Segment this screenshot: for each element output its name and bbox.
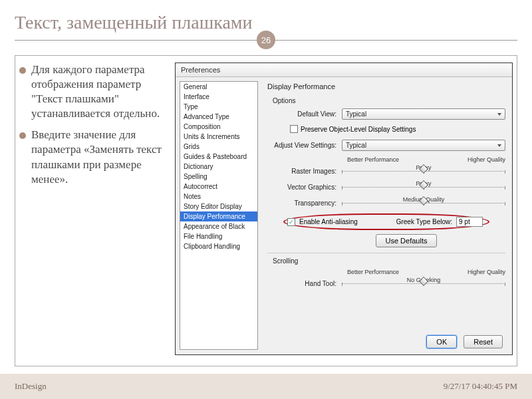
enable-aa-label: Enable Anti-aliasing — [299, 218, 358, 225]
category-item[interactable]: Guides & Pasteboard — [180, 152, 257, 162]
category-list[interactable]: General Interface Type Advanced Type Com… — [180, 81, 258, 350]
scrolling-group-label: Scrolling — [273, 257, 505, 265]
dialog-title: Preferences — [176, 63, 512, 77]
preserve-object-label: Preserve Object-Level Display Settings — [301, 126, 416, 133]
bullet-text: Для каждого параметра отображения параме… — [31, 63, 167, 121]
scale-right-label: Higher Quality — [467, 269, 505, 275]
scale-right-label: Higher Quality — [467, 156, 505, 163]
transparency-label: Transparency: — [267, 200, 342, 207]
category-item[interactable]: Grids — [180, 142, 257, 152]
greek-type-input[interactable]: 9 pt — [456, 217, 483, 227]
category-item[interactable]: Appearance of Black — [180, 221, 257, 231]
bullet-text: Введите значение для параметра «Заменять… — [31, 128, 167, 186]
list-item: Введите значение для параметра «Заменять… — [19, 128, 167, 186]
footer-timestamp: 9/27/17 04:40:45 PM — [444, 381, 517, 392]
adjust-view-select[interactable]: Typical — [342, 140, 505, 151]
hand-tool-slider[interactable]: No Greeking — [342, 278, 505, 289]
footer-left: InDesign — [15, 381, 47, 392]
greek-type-label: Greek Type Below: — [396, 218, 452, 225]
category-item[interactable]: Advanced Type — [180, 112, 257, 122]
category-item[interactable]: Clipboard Handling — [180, 241, 257, 251]
list-item: Для каждого параметра отображения параме… — [19, 63, 167, 121]
hand-tool-label: Hand Tool: — [267, 280, 342, 287]
category-item[interactable]: General — [180, 82, 257, 92]
bullet-icon — [19, 67, 26, 74]
slide-footer: InDesign 9/27/17 04:40:45 PM — [0, 374, 532, 399]
category-item[interactable]: Type — [180, 102, 257, 112]
category-item[interactable]: Interface — [180, 92, 257, 102]
default-view-label: Default View: — [267, 110, 342, 118]
raster-slider[interactable]: Proxy — [342, 166, 505, 176]
vector-slider[interactable]: Proxy — [342, 182, 505, 192]
bullet-icon — [19, 132, 26, 139]
use-defaults-button[interactable]: Use Defaults — [376, 234, 438, 247]
scale-left-label: Better Performance — [347, 156, 399, 163]
category-item[interactable]: Spelling — [180, 172, 257, 182]
category-item[interactable]: Units & Increments — [180, 132, 257, 142]
page-number-badge: 26 — [257, 31, 275, 49]
default-view-select[interactable]: Typical — [342, 108, 505, 120]
raster-label: Raster Images: — [267, 168, 342, 175]
category-item[interactable]: Autocorrect — [180, 182, 257, 192]
anti-aliasing-highlight: ✓ Enable Anti-aliasing Greek Type Below:… — [283, 213, 489, 230]
ok-button[interactable]: OK — [426, 335, 457, 348]
preserve-object-checkbox[interactable] — [290, 125, 298, 133]
category-item[interactable]: Composition — [180, 122, 257, 132]
preferences-dialog: Preferences General Interface Type Advan… — [175, 63, 513, 355]
category-item[interactable]: Story Editor Display — [180, 201, 257, 211]
settings-panel: Display Performance Options Default View… — [258, 77, 512, 354]
transparency-slider[interactable]: Medium Quality — [342, 198, 505, 208]
category-item[interactable]: File Handling — [180, 231, 257, 241]
options-group-label: Options — [273, 97, 505, 104]
enable-aa-checkbox[interactable]: ✓ — [287, 218, 295, 226]
reset-button[interactable]: Reset — [464, 335, 503, 348]
adjust-view-label: Adjust View Settings: — [267, 142, 342, 149]
bullet-list: Для каждого параметра отображения параме… — [19, 63, 167, 362]
category-item-selected[interactable]: Display Performance — [180, 211, 257, 221]
vector-label: Vector Graphics: — [267, 184, 342, 191]
panel-title: Display Performance — [267, 82, 505, 90]
scale-left-label: Better Performance — [347, 269, 399, 275]
category-item[interactable]: Notes — [180, 192, 257, 201]
category-item[interactable]: Dictionary — [180, 162, 257, 172]
